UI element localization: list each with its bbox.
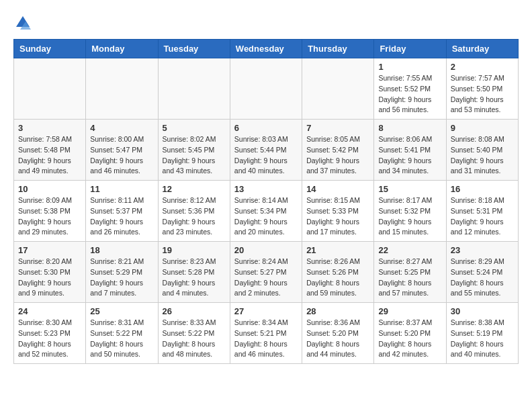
- calendar-cell: 24Sunrise: 8:30 AM Sunset: 5:23 PM Dayli…: [14, 303, 86, 364]
- day-info: Sunrise: 8:37 AM Sunset: 5:20 PM Dayligh…: [378, 318, 441, 360]
- day-number: 30: [451, 306, 514, 316]
- day-info: Sunrise: 7:58 AM Sunset: 5:48 PM Dayligh…: [18, 134, 81, 177]
- weekday-header-monday: Monday: [86, 40, 158, 58]
- calendar-cell: [158, 58, 230, 120]
- day-number: 14: [306, 184, 369, 194]
- day-info: Sunrise: 8:00 AM Sunset: 5:47 PM Dayligh…: [90, 134, 153, 177]
- day-info: Sunrise: 8:12 AM Sunset: 5:36 PM Dayligh…: [163, 195, 226, 238]
- day-info: Sunrise: 8:20 AM Sunset: 5:30 PM Dayligh…: [18, 257, 81, 299]
- calendar-cell: 29Sunrise: 8:37 AM Sunset: 5:20 PM Dayli…: [374, 303, 446, 364]
- day-number: 1: [378, 62, 441, 72]
- day-info: Sunrise: 8:14 AM Sunset: 5:34 PM Dayligh…: [234, 195, 298, 238]
- day-info: Sunrise: 8:26 AM Sunset: 5:26 PM Dayligh…: [306, 257, 369, 299]
- calendar-cell: 2Sunrise: 7:57 AM Sunset: 5:50 PM Daylig…: [446, 58, 518, 120]
- day-info: Sunrise: 8:17 AM Sunset: 5:32 PM Dayligh…: [378, 195, 441, 238]
- calendar-cell: 8Sunrise: 8:06 AM Sunset: 5:41 PM Daylig…: [374, 120, 446, 181]
- calendar-week-row: 24Sunrise: 8:30 AM Sunset: 5:23 PM Dayli…: [14, 303, 519, 364]
- calendar-cell: 30Sunrise: 8:38 AM Sunset: 5:19 PM Dayli…: [446, 303, 518, 364]
- calendar-cell: 7Sunrise: 8:05 AM Sunset: 5:42 PM Daylig…: [302, 120, 374, 181]
- day-number: 7: [306, 123, 369, 133]
- calendar-cell: 10Sunrise: 8:09 AM Sunset: 5:38 PM Dayli…: [14, 181, 86, 242]
- calendar-cell: 5Sunrise: 8:02 AM Sunset: 5:45 PM Daylig…: [158, 120, 230, 181]
- calendar-cell: 6Sunrise: 8:03 AM Sunset: 5:44 PM Daylig…: [230, 120, 302, 181]
- day-info: Sunrise: 8:03 AM Sunset: 5:44 PM Dayligh…: [234, 134, 298, 177]
- calendar-cell: 26Sunrise: 8:33 AM Sunset: 5:22 PM Dayli…: [158, 303, 230, 364]
- calendar-week-row: 17Sunrise: 8:20 AM Sunset: 5:30 PM Dayli…: [14, 242, 519, 303]
- day-number: 13: [234, 184, 298, 194]
- calendar-cell: 12Sunrise: 8:12 AM Sunset: 5:36 PM Dayli…: [158, 181, 230, 242]
- calendar-cell: 18Sunrise: 8:21 AM Sunset: 5:29 PM Dayli…: [86, 242, 158, 303]
- day-info: Sunrise: 8:05 AM Sunset: 5:42 PM Dayligh…: [306, 134, 369, 177]
- calendar-cell: 20Sunrise: 8:24 AM Sunset: 5:27 PM Dayli…: [230, 242, 302, 303]
- calendar-cell: [14, 58, 86, 120]
- calendar-cell: 21Sunrise: 8:26 AM Sunset: 5:26 PM Dayli…: [302, 242, 374, 303]
- day-number: 9: [451, 123, 514, 133]
- calendar-cell: 11Sunrise: 8:11 AM Sunset: 5:37 PM Dayli…: [86, 181, 158, 242]
- day-info: Sunrise: 8:38 AM Sunset: 5:19 PM Dayligh…: [451, 318, 514, 360]
- day-number: 17: [18, 245, 81, 255]
- day-number: 8: [378, 123, 441, 133]
- day-info: Sunrise: 8:33 AM Sunset: 5:22 PM Dayligh…: [163, 318, 226, 360]
- day-number: 20: [234, 245, 298, 255]
- day-info: Sunrise: 8:02 AM Sunset: 5:45 PM Dayligh…: [163, 134, 226, 177]
- calendar-cell: 4Sunrise: 8:00 AM Sunset: 5:47 PM Daylig…: [86, 120, 158, 181]
- weekday-header-saturday: Saturday: [446, 40, 518, 58]
- day-number: 18: [90, 245, 153, 255]
- day-info: Sunrise: 7:57 AM Sunset: 5:50 PM Dayligh…: [451, 73, 514, 116]
- calendar-cell: 17Sunrise: 8:20 AM Sunset: 5:30 PM Dayli…: [14, 242, 86, 303]
- day-info: Sunrise: 8:30 AM Sunset: 5:23 PM Dayligh…: [18, 318, 81, 360]
- day-info: Sunrise: 8:06 AM Sunset: 5:41 PM Dayligh…: [378, 134, 441, 177]
- calendar-cell: 3Sunrise: 7:58 AM Sunset: 5:48 PM Daylig…: [14, 120, 86, 181]
- calendar-cell: [230, 58, 302, 120]
- day-number: 10: [18, 184, 81, 194]
- weekday-header-sunday: Sunday: [14, 40, 86, 58]
- day-number: 12: [163, 184, 226, 194]
- calendar-cell: 14Sunrise: 8:15 AM Sunset: 5:33 PM Dayli…: [302, 181, 374, 242]
- calendar-cell: 13Sunrise: 8:14 AM Sunset: 5:34 PM Dayli…: [230, 181, 302, 242]
- day-info: Sunrise: 8:27 AM Sunset: 5:25 PM Dayligh…: [378, 257, 441, 299]
- calendar-cell: 15Sunrise: 8:17 AM Sunset: 5:32 PM Dayli…: [374, 181, 446, 242]
- day-number: 25: [90, 306, 153, 316]
- calendar-week-row: 3Sunrise: 7:58 AM Sunset: 5:48 PM Daylig…: [14, 120, 519, 181]
- day-number: 5: [163, 123, 226, 133]
- weekday-header-tuesday: Tuesday: [158, 40, 230, 58]
- weekday-header-wednesday: Wednesday: [230, 40, 302, 58]
- day-info: Sunrise: 8:31 AM Sunset: 5:22 PM Dayligh…: [90, 318, 153, 360]
- calendar-week-row: 1Sunrise: 7:55 AM Sunset: 5:52 PM Daylig…: [14, 58, 519, 120]
- day-info: Sunrise: 7:55 AM Sunset: 5:52 PM Dayligh…: [378, 73, 441, 116]
- day-number: 11: [90, 184, 153, 194]
- day-info: Sunrise: 8:11 AM Sunset: 5:37 PM Dayligh…: [90, 195, 153, 238]
- day-info: Sunrise: 8:15 AM Sunset: 5:33 PM Dayligh…: [306, 195, 369, 238]
- day-number: 21: [306, 245, 369, 255]
- calendar-cell: [302, 58, 374, 120]
- day-number: 23: [451, 245, 514, 255]
- calendar-cell: 22Sunrise: 8:27 AM Sunset: 5:25 PM Dayli…: [374, 242, 446, 303]
- calendar-cell: 28Sunrise: 8:36 AM Sunset: 5:20 PM Dayli…: [302, 303, 374, 364]
- day-number: 26: [163, 306, 226, 316]
- day-number: 16: [451, 184, 514, 194]
- day-number: 28: [306, 306, 369, 316]
- day-info: Sunrise: 8:23 AM Sunset: 5:28 PM Dayligh…: [163, 257, 226, 299]
- day-info: Sunrise: 8:21 AM Sunset: 5:29 PM Dayligh…: [90, 257, 153, 299]
- day-number: 2: [451, 62, 514, 72]
- day-number: 29: [378, 306, 441, 316]
- day-number: 19: [163, 245, 226, 255]
- calendar-cell: 9Sunrise: 8:08 AM Sunset: 5:40 PM Daylig…: [446, 120, 518, 181]
- day-number: 4: [90, 123, 153, 133]
- day-info: Sunrise: 8:08 AM Sunset: 5:40 PM Dayligh…: [451, 134, 514, 177]
- day-number: 15: [378, 184, 441, 194]
- day-info: Sunrise: 8:24 AM Sunset: 5:27 PM Dayligh…: [234, 257, 298, 299]
- weekday-header-friday: Friday: [374, 40, 446, 58]
- calendar-cell: 23Sunrise: 8:29 AM Sunset: 5:24 PM Dayli…: [446, 242, 518, 303]
- calendar-cell: 19Sunrise: 8:23 AM Sunset: 5:28 PM Dayli…: [158, 242, 230, 303]
- calendar-week-row: 10Sunrise: 8:09 AM Sunset: 5:38 PM Dayli…: [14, 181, 519, 242]
- day-number: 22: [378, 245, 441, 255]
- weekday-header-thursday: Thursday: [302, 40, 374, 58]
- calendar-cell: 1Sunrise: 7:55 AM Sunset: 5:52 PM Daylig…: [374, 58, 446, 120]
- calendar-cell: [86, 58, 158, 120]
- day-info: Sunrise: 8:36 AM Sunset: 5:20 PM Dayligh…: [306, 318, 369, 360]
- day-info: Sunrise: 8:09 AM Sunset: 5:38 PM Dayligh…: [18, 195, 81, 238]
- day-info: Sunrise: 8:18 AM Sunset: 5:31 PM Dayligh…: [451, 195, 514, 238]
- day-number: 27: [234, 306, 298, 316]
- calendar-cell: 16Sunrise: 8:18 AM Sunset: 5:31 PM Dayli…: [446, 181, 518, 242]
